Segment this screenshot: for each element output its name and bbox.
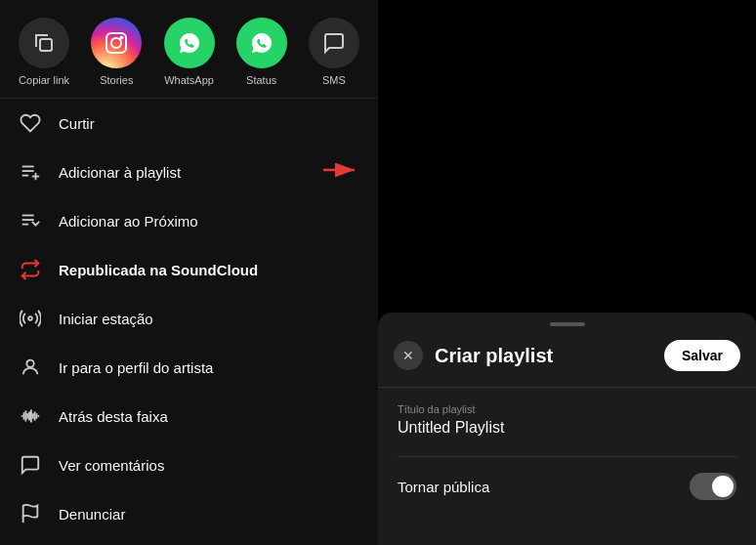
person-icon <box>18 356 43 378</box>
left-panel: Copiar link Stories WhatsApp <box>0 0 378 545</box>
status-icon <box>236 18 287 68</box>
toggle-label: Tornar pública <box>398 479 489 495</box>
ver-comentarios-label: Ver comentários <box>59 457 164 474</box>
denunciar-label: Denunciar <box>59 506 125 523</box>
adicionar-proximo-label: Adicionar ao Próximo <box>59 213 198 230</box>
sheet-title: Criar playlist <box>435 345 652 367</box>
queue-icon <box>18 210 43 231</box>
playlist-title-field-label: Título da playlist <box>398 403 736 415</box>
whatsapp-label: WhatsApp <box>164 74 214 86</box>
menu-item-adicionar-proximo[interactable]: Adicionar ao Próximo <box>0 196 378 245</box>
station-icon <box>18 308 43 329</box>
menu-item-iniciar-estacao[interactable]: Iniciar estação <box>0 294 378 343</box>
public-toggle-row: Tornar pública <box>398 456 736 500</box>
share-item-status[interactable]: Status <box>228 18 296 86</box>
share-item-copy[interactable]: Copiar link <box>10 18 78 86</box>
adicionar-playlist-label: Adicionar à playlist <box>59 164 181 181</box>
menu-item-atras-faixa[interactable]: Atrás desta faixa <box>0 392 378 440</box>
svg-point-2 <box>111 38 121 48</box>
whatsapp-icon <box>164 18 215 68</box>
menu-list: Curtir Adicionar à playlist <box>0 99 378 545</box>
playlist-add-icon <box>18 161 43 183</box>
flag-icon <box>18 503 43 524</box>
sms-icon <box>309 18 359 68</box>
copy-link-label: Copiar link <box>19 74 69 86</box>
comment-icon <box>18 454 43 476</box>
svg-rect-1 <box>106 33 126 53</box>
status-label: Status <box>246 74 276 86</box>
save-button[interactable]: Salvar <box>664 340 740 371</box>
menu-item-republicada[interactable]: Republicada na SoundCloud <box>0 245 378 294</box>
sheet-handle <box>550 322 585 326</box>
republicada-label: Republicada na SoundCloud <box>59 262 258 278</box>
repost-icon <box>18 259 43 280</box>
svg-point-3 <box>121 37 123 39</box>
share-item-stories[interactable]: Stories <box>82 18 150 86</box>
svg-rect-0 <box>40 39 52 51</box>
share-item-whatsapp[interactable]: WhatsApp <box>154 18 223 86</box>
waveform-icon <box>18 405 43 427</box>
iniciar-estacao-label: Iniciar estação <box>59 311 153 327</box>
menu-item-perfil-artista[interactable]: Ir para o perfil do artista <box>0 343 378 392</box>
atras-faixa-label: Atrás desta faixa <box>59 408 168 425</box>
instagram-icon <box>91 18 142 68</box>
menu-item-ver-comentarios[interactable]: Ver comentários <box>0 440 378 489</box>
menu-item-denunciar[interactable]: Denunciar <box>0 489 378 538</box>
menu-item-adicionar-playlist[interactable]: Adicionar à playlist <box>0 147 378 196</box>
share-row: Copiar link Stories WhatsApp <box>0 0 378 99</box>
heart-icon <box>18 112 43 134</box>
right-panel: ✕ Criar playlist Salvar Título da playli… <box>378 0 756 545</box>
sms-label: SMS <box>322 74 346 86</box>
sheet-body: Título da playlist Untitled Playlist Tor… <box>378 388 756 516</box>
red-arrow <box>323 160 362 184</box>
share-item-sms[interactable]: SMS <box>300 18 368 86</box>
curtir-label: Curtir <box>59 115 95 132</box>
svg-point-14 <box>28 316 32 320</box>
create-playlist-sheet: ✕ Criar playlist Salvar Título da playli… <box>378 313 756 545</box>
sheet-header: ✕ Criar playlist Salvar <box>378 340 756 388</box>
menu-item-curtir[interactable]: Curtir <box>0 99 378 147</box>
close-button[interactable]: ✕ <box>394 341 423 370</box>
stories-label: Stories <box>100 74 133 86</box>
public-toggle[interactable] <box>690 473 736 500</box>
svg-point-15 <box>26 360 33 367</box>
perfil-artista-label: Ir para o perfil do artista <box>59 359 213 376</box>
copy-link-icon <box>19 18 69 68</box>
playlist-title-field-value[interactable]: Untitled Playlist <box>398 419 736 437</box>
